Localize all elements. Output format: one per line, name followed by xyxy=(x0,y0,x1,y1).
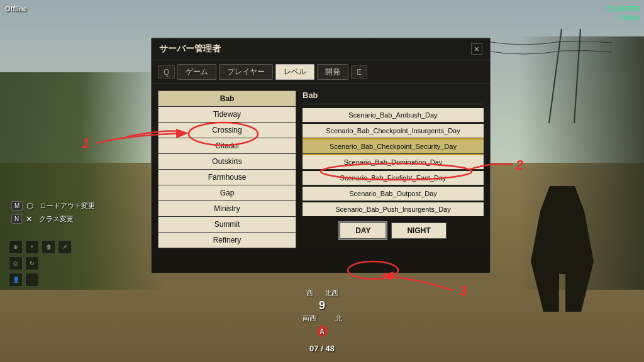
action-icon-4: ↗ xyxy=(58,240,72,254)
tab-player[interactable]: プレイヤー xyxy=(219,64,273,80)
loadout-button: M ⬡ ロードアウト変更 xyxy=(11,201,95,211)
panel-title: サーバー管理者 xyxy=(159,43,221,55)
map-list: Bab Tideway Crossing Citadel Outskirts F… xyxy=(158,90,296,248)
day-button[interactable]: DAY xyxy=(340,222,386,239)
scenario-checkpoint-insurgents-day[interactable]: Scenario_Bab_Checkpoint_Insurgents_Day xyxy=(303,124,484,138)
map-list-column: Bab Tideway Crossing Citadel Outskirts F… xyxy=(158,90,296,266)
map-item-ministry[interactable]: Ministry xyxy=(158,201,296,217)
map-item-gap[interactable]: Gap xyxy=(158,185,296,201)
admin-panel: サーバー管理者 × Q ゲーム プレイヤー レベル 開発 E Bab Tidew… xyxy=(151,38,491,273)
map-item-refinery[interactable]: Refinery xyxy=(158,233,296,248)
compass-number: 9 xyxy=(303,299,342,312)
southwest-label: 南西 xyxy=(303,314,316,323)
powerlines xyxy=(486,29,612,123)
map-item-crossing[interactable]: Crossing xyxy=(158,123,296,138)
day-night-row: DAY NIGHT xyxy=(303,217,484,241)
offline-status: Offline xyxy=(5,5,27,13)
panel-body: Bab Tideway Crossing Citadel Outskirts F… xyxy=(152,84,490,273)
tab-game[interactable]: ゲーム xyxy=(177,64,216,80)
close-button[interactable]: × xyxy=(471,43,482,55)
hud-keybinds: M ⬡ ロードアウト変更 N ✕ クラス変更 xyxy=(11,201,95,224)
action-icon-2: + xyxy=(25,240,39,254)
action-row-3: 👤 xyxy=(9,273,72,287)
soldier-silhouette xyxy=(531,186,594,312)
night-button[interactable]: NIGHT xyxy=(391,222,446,239)
ammo-counter: 07 / 48 xyxy=(309,344,335,353)
n-key: N xyxy=(11,214,22,224)
map-item-tideway[interactable]: Tideway xyxy=(158,107,296,123)
scenario-domination-day[interactable]: Scenario_Bab_Domination_Day xyxy=(303,155,484,170)
northwest-label: 北西 xyxy=(325,288,338,298)
scenario-checkpoint-security-day[interactable]: Scenario_Bab_Checkpoint_Security_Day xyxy=(303,140,484,154)
scenario-list: Scenario_Bab_Ambush_Day Scenario_Bab_Che… xyxy=(303,108,484,216)
tab-level[interactable]: レベル xyxy=(275,64,314,80)
action-icon-7: 👤 xyxy=(9,273,23,287)
action-icon-1: ⊕ xyxy=(9,240,23,254)
map-item-citadel[interactable]: Citadel xyxy=(158,138,296,154)
action-row-2: ◎ ↻ xyxy=(9,256,72,270)
action-icon-3: 🗑 xyxy=(42,240,55,254)
compass-area: 西 北西 9 南西 北 A xyxy=(303,288,342,337)
scenario-scroll[interactable]: Scenario_Bab_Ambush_Day Scenario_Bab_Che… xyxy=(303,108,484,217)
compass-icon: A xyxy=(316,326,328,337)
scenario-ambush-day[interactable]: Scenario_Bab_Ambush_Day xyxy=(303,108,484,123)
class-button: N ✕ クラス変更 xyxy=(11,214,95,224)
fps-counter: 171.83 FPS 9.41ms xyxy=(606,5,639,23)
tabs-row: Q ゲーム プレイヤー レベル 開発 E xyxy=(152,60,490,84)
scenario-firefight-east-day[interactable]: Scenario_Bab_Firefight_East_Day xyxy=(303,171,484,185)
map-item-bab[interactable]: Bab xyxy=(158,91,296,107)
scenario-push-insurgents-day[interactable]: Scenario_Bab_Push_Insurgents_Day xyxy=(303,202,484,216)
m-key: M xyxy=(11,201,23,211)
action-icon-8 xyxy=(25,273,39,287)
map-item-summit[interactable]: Summit xyxy=(158,217,296,233)
scenario-header: Bab xyxy=(303,90,484,104)
panel-header: サーバー管理者 × xyxy=(152,38,490,60)
tab-dev[interactable]: 開発 xyxy=(317,64,348,80)
map-item-outskirts[interactable]: Outskirts xyxy=(158,154,296,170)
action-row-1: ⊕ + 🗑 ↗ xyxy=(9,240,72,254)
action-icon-5: ◎ xyxy=(9,256,23,270)
tab-q[interactable]: Q xyxy=(158,65,175,79)
west-label: 西 xyxy=(306,288,313,298)
action-icons: ⊕ + 🗑 ↗ ◎ ↻ 👤 xyxy=(9,240,72,287)
scenario-outpost-day[interactable]: Scenario_Bab_Outpost_Day xyxy=(303,187,484,201)
scenario-column: Bab Scenario_Bab_Ambush_Day Scenario_Bab… xyxy=(303,90,484,266)
class-label: クラス変更 xyxy=(39,214,74,224)
svg-line-1 xyxy=(574,29,580,123)
tab-e[interactable]: E xyxy=(351,65,367,79)
loadout-label: ロードアウト変更 xyxy=(40,201,95,211)
map-item-farmhouse[interactable]: Farmhouse xyxy=(158,170,296,185)
north-label: 北 xyxy=(335,314,342,323)
action-icon-6: ↻ xyxy=(25,256,39,270)
